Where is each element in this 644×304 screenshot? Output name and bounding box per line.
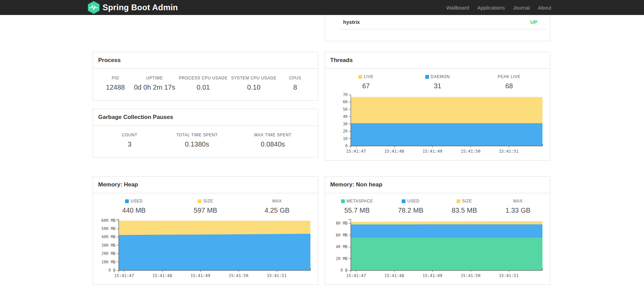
stat-nonheap-used: USED 78.2 MB [384, 199, 438, 214]
brand-title: Spring Boot Admin [103, 3, 178, 12]
svg-text:15:41:48: 15:41:48 [384, 149, 404, 154]
svg-text:100 MB: 100 MB [101, 260, 116, 264]
svg-text:15:41:49: 15:41:49 [190, 273, 210, 278]
svg-text:15:41:47: 15:41:47 [346, 273, 366, 278]
svg-text:600 MB: 600 MB [101, 218, 116, 223]
gc-stats: COUNT 3 TOTAL TIME SPENT 0.1380s MAX TIM… [93, 126, 318, 157]
application-name: hystrix [343, 19, 360, 25]
stat-threads-live: LIVE 67 [330, 74, 402, 90]
stat-process-cpu-usage: PROCESS CPU USAGE 0.01 [177, 76, 230, 91]
memory-heap-card: Memory: Heap USED 440 MB SIZE 597 MB MAX [93, 176, 318, 285]
nav-item-journal[interactable]: Journal [509, 5, 534, 11]
svg-text:60 MB: 60 MB [336, 233, 348, 238]
svg-text:50: 50 [343, 107, 348, 112]
legend-swatch-metaspace [341, 199, 345, 203]
svg-text:0: 0 [345, 143, 348, 148]
legend-swatch-live [358, 75, 362, 79]
nonheap-stats: METASPACE 55.7 MB USED 78.2 MB SIZE 83.5… [330, 199, 545, 216]
spring-boot-admin-logo-icon [88, 1, 99, 14]
nav-item-wallboard[interactable]: Wallboard [442, 5, 473, 11]
stat-nonheap-size: SIZE 83.5 MB [438, 199, 491, 214]
svg-text:30: 30 [343, 122, 348, 126]
threads-card-title: Threads [325, 52, 550, 69]
memory-heap-title: Memory: Heap [93, 177, 318, 193]
legend-swatch-daemon [425, 75, 429, 79]
svg-text:300 MB: 300 MB [101, 243, 116, 248]
threads-stats: LIVE 67 DAEMON 31 PEAK LIVE 68 [330, 74, 545, 91]
status-badge: UP [530, 19, 537, 25]
svg-text:15:41:48: 15:41:48 [152, 273, 172, 278]
svg-text:500 MB: 500 MB [101, 226, 116, 231]
stat-gc-max-time: MAX TIME SPENT 0.0840s [233, 133, 313, 148]
stat-nonheap-max: MAX 1.33 GB [491, 199, 545, 214]
stat-uptime: UPTIME 0d 0h 2m 17s [133, 76, 177, 91]
stat-threads-daemon: DAEMON 31 [402, 74, 473, 90]
nav-links: Wallboard Applications Journal About [442, 5, 551, 11]
stat-threads-peak-live: PEAK LIVE 68 [473, 74, 545, 90]
svg-text:80 MB: 80 MB [336, 221, 348, 226]
svg-text:15:41:47: 15:41:47 [346, 149, 366, 154]
memory-nonheap-title: Memory: Non heap [325, 177, 550, 193]
process-card: Process PID 12488 UPTIME 0d 0h 2m 17s PR… [93, 52, 318, 101]
svg-text:40: 40 [343, 114, 348, 119]
svg-text:15:41:50: 15:41:50 [461, 273, 480, 278]
brand-link[interactable]: Spring Boot Admin [88, 1, 178, 14]
memory-heap-chart: 0 B100 MB200 MB300 MB400 MB500 MB600 MB1… [98, 216, 314, 282]
svg-text:0 B: 0 B [340, 268, 348, 273]
stat-gc-count: COUNT 3 [98, 133, 161, 148]
svg-text:40 MB: 40 MB [336, 244, 348, 249]
svg-text:15:41:47: 15:41:47 [114, 273, 134, 278]
svg-text:15:41:50: 15:41:50 [229, 273, 248, 278]
threads-chart: 01020304050607015:41:4715:41:4815:41:491… [330, 92, 546, 157]
process-stats: PID 12488 UPTIME 0d 0h 2m 17s PROCESS CP… [93, 69, 318, 100]
memory-nonheap-card: Memory: Non heap METASPACE 55.7 MB USED … [325, 176, 550, 285]
svg-text:15:41:51: 15:41:51 [499, 149, 519, 154]
heap-stats: USED 440 MB SIZE 597 MB MAX 4.25 GB [98, 199, 313, 216]
svg-text:200 MB: 200 MB [101, 251, 116, 256]
legend-swatch-heap-used [125, 199, 129, 203]
stat-heap-size: SIZE 597 MB [170, 199, 241, 214]
application-table: hystrix UP [339, 15, 547, 29]
gc-pauses-card: Garbage Collection Pauses COUNT 3 TOTAL … [93, 109, 318, 157]
stat-system-cpu-usage: SYSTEM CPU USAGE 0.10 [230, 76, 278, 91]
nav-item-about[interactable]: About [534, 5, 551, 11]
svg-text:15:41:48: 15:41:48 [384, 273, 404, 278]
svg-text:10: 10 [343, 136, 348, 141]
application-status-card: hystrix UP [325, 15, 550, 41]
legend-swatch-heap-size [198, 199, 201, 203]
svg-text:15:41:51: 15:41:51 [499, 273, 519, 278]
svg-text:400 MB: 400 MB [101, 234, 116, 239]
legend-swatch-nonheap-used [402, 199, 405, 203]
svg-text:15:41:51: 15:41:51 [267, 273, 287, 278]
stat-pid: PID 12488 [98, 76, 133, 91]
process-card-title: Process [93, 52, 318, 69]
memory-nonheap-chart: 0 B20 MB40 MB60 MB80 MB15:41:4715:41:481… [330, 216, 546, 282]
svg-text:20: 20 [343, 129, 348, 134]
svg-text:15:41:50: 15:41:50 [461, 149, 480, 154]
threads-card: Threads LIVE 67 DAEMON 31 PEAK LIVE [325, 52, 550, 161]
svg-text:70: 70 [343, 92, 348, 97]
gc-card-title: Garbage Collection Pauses [93, 109, 318, 126]
svg-text:20 MB: 20 MB [336, 256, 348, 261]
stat-heap-used: USED 440 MB [98, 199, 170, 214]
stat-nonheap-metaspace: METASPACE 55.7 MB [330, 199, 384, 214]
stat-cpus: CPUS 8 [278, 76, 313, 91]
nav-item-applications[interactable]: Applications [473, 5, 509, 11]
stat-gc-total-time: TOTAL TIME SPENT 0.1380s [161, 133, 233, 148]
svg-text:15:41:49: 15:41:49 [423, 273, 442, 278]
legend-swatch-nonheap-size [457, 199, 460, 203]
svg-text:0 B: 0 B [108, 268, 116, 273]
svg-text:60: 60 [343, 100, 348, 104]
svg-text:15:41:49: 15:41:49 [423, 149, 442, 154]
navbar: Spring Boot Admin Wallboard Applications… [0, 0, 644, 15]
application-row-hystrix[interactable]: hystrix UP [339, 15, 547, 29]
stat-heap-max: MAX 4.25 GB [241, 199, 313, 214]
